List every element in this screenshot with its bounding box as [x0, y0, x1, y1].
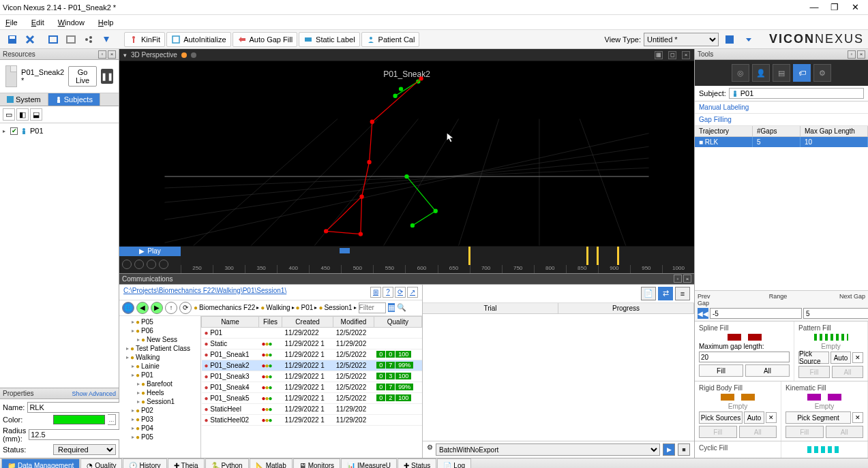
timeline[interactable]: ▶ Play 250300350400450500550600650700750…: [119, 246, 694, 273]
batch-stop-button[interactable]: ■: [678, 443, 690, 456]
timeline-track[interactable]: 2503003504004505005506006507007508008509…: [181, 247, 694, 273]
tool-mode-label[interactable]: 🏷: [793, 64, 811, 82]
save-icon[interactable]: [4, 32, 20, 47]
pickseg-button[interactable]: Pick Segment: [785, 411, 851, 424]
tool-mode-3[interactable]: ▤: [773, 64, 790, 82]
btab-log[interactable]: 📄 Log: [437, 458, 471, 468]
vp-max-icon[interactable]: ◻: [668, 51, 676, 59]
viewport-mode[interactable]: 3D Perspective: [131, 51, 177, 59]
tab-system[interactable]: System: [0, 93, 48, 106]
menu-window[interactable]: Window: [55, 17, 87, 28]
file-row[interactable]: ● StaticHeel02●●●11/29/2022 111/29/202: [202, 414, 422, 425]
nav-fwd-icon[interactable]: ▶: [151, 302, 163, 314]
btab-theia[interactable]: ✚ Theia: [168, 458, 205, 468]
vp-dot-icon[interactable]: [181, 52, 187, 58]
picksource-button[interactable]: Pick Source: [798, 352, 829, 364]
btab-history[interactable]: 🕑 History: [123, 458, 166, 468]
gap-filling-link[interactable]: Gap Filling: [695, 114, 868, 126]
rigid-clear-button[interactable]: ✕: [766, 412, 777, 423]
prop-status-select[interactable]: Required: [53, 444, 116, 455]
file-row[interactable]: ● P0111/29/202212/5/2022: [202, 327, 422, 338]
tl-icon-4[interactable]: [159, 260, 168, 269]
maxgap-input[interactable]: [699, 352, 790, 362]
play-button[interactable]: ▶ Play: [119, 247, 181, 256]
tab-subjects[interactable]: Subjects: [48, 93, 100, 106]
btab-monitors[interactable]: 🖥 Monitors: [293, 458, 340, 468]
kin-fill-button[interactable]: Fill: [785, 426, 824, 438]
minimize-button[interactable]: —: [804, 1, 824, 14]
auto-button[interactable]: Auto: [830, 352, 851, 364]
rigid-auto-button[interactable]: Auto: [744, 411, 764, 424]
prop-name-input[interactable]: [27, 402, 125, 413]
kin-clear-button[interactable]: ✕: [852, 412, 863, 423]
sess-item[interactable]: ▸●P01: [121, 371, 199, 379]
kinfit-button[interactable]: KinFit: [124, 32, 165, 47]
sess-item[interactable]: ▸●P05: [121, 433, 199, 441]
batch-run-button[interactable]: ▶: [663, 443, 675, 456]
sess-item[interactable]: ▸●Lainie: [121, 362, 199, 371]
rigid-fill-button[interactable]: Fill: [699, 426, 737, 438]
subj-tool-2[interactable]: ◧: [16, 108, 29, 121]
subj-tool-1[interactable]: ▭: [3, 108, 15, 121]
golive-button[interactable]: Go Live: [68, 66, 97, 87]
tree-item-p01[interactable]: ▸ ✔ P01: [3, 126, 116, 136]
btab-python[interactable]: 🐍 Python: [205, 458, 249, 468]
file-row[interactable]: ● Static●●●11/29/2022 111/29/202: [202, 338, 422, 349]
sess-item[interactable]: ▸●Session1: [121, 397, 199, 406]
menu-help[interactable]: Help: [95, 17, 117, 28]
maximize-button[interactable]: ❐: [824, 1, 845, 14]
tl-icon-3[interactable]: [147, 260, 156, 269]
tool-mode-2[interactable]: 👤: [752, 64, 770, 82]
staticlabel-button[interactable]: Static Label: [299, 32, 359, 47]
file-row[interactable]: ● P01_Sneak5●●●11/29/2022 112/5/20220210…: [202, 392, 422, 403]
prev-gap-button[interactable]: ◀◀: [698, 308, 708, 319]
close-button[interactable]: ✕: [845, 1, 865, 14]
viewtype-save-icon[interactable]: [721, 32, 738, 47]
filter-input[interactable]: [359, 302, 386, 313]
rigid-all-button[interactable]: All: [739, 426, 777, 438]
manual-labeling-link[interactable]: Manual Labeling: [695, 102, 868, 114]
autogap-button[interactable]: Auto Gap Fill: [233, 32, 298, 47]
spline-fill-button[interactable]: Fill: [699, 364, 743, 377]
sess-item[interactable]: ▸●Walking: [121, 353, 199, 362]
vp-dot2-icon[interactable]: [191, 52, 196, 58]
autoinit-button[interactable]: AutoInitialize: [166, 32, 230, 47]
sess-item[interactable]: ▸●Barefoot: [121, 379, 199, 388]
prop-radius-input[interactable]: [29, 429, 127, 440]
sess-item[interactable]: ▸●P06: [121, 326, 199, 335]
panel-pin-icon[interactable]: ▫: [98, 50, 106, 59]
pattern-fill-button[interactable]: Fill: [798, 366, 830, 378]
tool-mode-gear[interactable]: ⚙: [813, 64, 831, 82]
patientcal-button[interactable]: Patient Cal: [361, 32, 420, 47]
file-table[interactable]: NameFiles CreatedModified Quality ● P011…: [201, 316, 422, 458]
pattern-all-button[interactable]: All: [832, 366, 863, 378]
session-tree[interactable]: ▸●P05▸●P06▸●New Sess▸●Test Patient Class…: [119, 316, 201, 458]
pause-button[interactable]: ❚❚: [101, 69, 113, 84]
range-to-input[interactable]: [803, 308, 868, 319]
tool-icon-2[interactable]: [63, 32, 79, 47]
nav-view-icon[interactable]: ▦: [388, 303, 395, 312]
menu-edit[interactable]: Edit: [29, 17, 47, 28]
cr-tool-2[interactable]: ⇄: [658, 287, 673, 300]
sess-item[interactable]: ▸●Heels: [121, 388, 199, 397]
tool-icon-4[interactable]: [98, 32, 115, 47]
file-row[interactable]: ● P01_Sneak1●●●11/29/2022 112/5/20220010…: [202, 349, 422, 360]
file-row[interactable]: ● P01_Sneak3●●●11/29/2022 112/5/20220310…: [202, 371, 422, 381]
prop-color-swatch[interactable]: [53, 415, 105, 424]
file-row[interactable]: ● P01_Sneak2●●●11/29/2022 112/5/20220799…: [202, 360, 422, 371]
sess-item[interactable]: ▸●P02: [121, 406, 199, 415]
kin-all-button[interactable]: All: [826, 426, 864, 438]
subject-tree[interactable]: ▸ ✔ P01: [0, 123, 119, 388]
gap-table[interactable]: Trajectory#GapsMax Gap Length ■ RLK 5 10: [695, 126, 868, 147]
nav-search-icon[interactable]: 🔍: [397, 303, 406, 312]
batch-grid[interactable]: TrialProgress: [423, 303, 694, 441]
crumb-btn-1[interactable]: ⊞: [370, 287, 381, 298]
cr-tool-3[interactable]: ≡: [675, 287, 690, 300]
crumb-btn-4[interactable]: ↗: [407, 287, 418, 298]
prop-color-more[interactable]: …: [108, 414, 116, 425]
pattern-clear-button[interactable]: ✕: [852, 352, 863, 363]
show-advanced-link[interactable]: Show Advanced: [72, 390, 116, 397]
sess-item[interactable]: ▸●Test Patient Class: [121, 344, 199, 353]
panel-close-icon[interactable]: ×: [108, 50, 116, 59]
picksources-button[interactable]: Pick Sources: [699, 411, 743, 424]
